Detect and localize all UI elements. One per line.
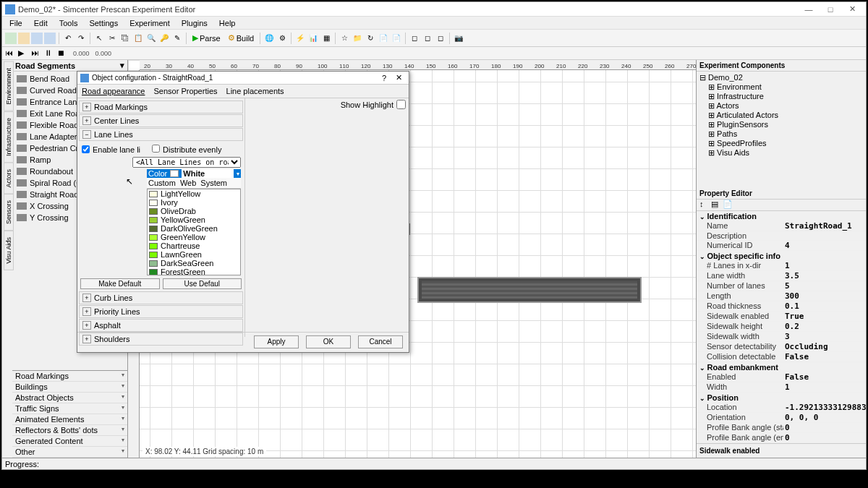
redo-icon[interactable]: ↷ <box>75 33 87 44</box>
distribute-evenly-checkbox[interactable] <box>152 145 160 153</box>
accordion-lane-lines[interactable]: Lane Lines <box>79 128 243 141</box>
cancel-button[interactable]: Cancel <box>358 335 403 348</box>
box2-icon[interactable]: ◻ <box>422 33 433 44</box>
fwd-icon[interactable]: ⏭ <box>31 48 41 59</box>
enable-lane-checkbox[interactable] <box>82 145 90 153</box>
prop-doc-icon[interactable]: 📄 <box>723 200 731 208</box>
box1-icon[interactable]: ◻ <box>409 33 420 44</box>
accordion-center-lines[interactable]: Center Lines <box>79 114 243 127</box>
stop-icon[interactable]: ⏹ <box>57 48 67 59</box>
prop-row[interactable]: Profile Bank angle (end)0 <box>697 433 866 443</box>
prop-row[interactable]: Sidewalk enabledTrue <box>697 312 866 322</box>
close-button[interactable]: ✕ <box>841 3 863 16</box>
tree-item[interactable]: ⊞ Articulated Actors <box>699 111 863 120</box>
vtab-actors[interactable]: Actors <box>4 163 14 194</box>
menu-edit[interactable]: Edit <box>28 19 54 27</box>
color-option[interactable]: OliveDrab <box>148 207 240 215</box>
menu-settings[interactable]: Settings <box>83 19 124 27</box>
color-option[interactable]: YellowGreen <box>148 215 240 224</box>
prop-row[interactable]: Number of lanes5 <box>697 281 866 291</box>
color-option[interactable]: ForestGreen <box>148 267 240 275</box>
ok-button[interactable]: OK <box>306 335 351 348</box>
experiment-tree[interactable]: ⊟ Demo_02 ⊞ Environment⊞ Infrastructure⊞… <box>697 72 866 159</box>
thunder-icon[interactable]: ⚡ <box>294 33 306 44</box>
find-icon[interactable]: 🔍 <box>145 33 157 44</box>
prop-cat-icon[interactable]: ▤ <box>711 200 720 208</box>
tree-item[interactable]: ⊞ Paths <box>699 129 863 139</box>
key-icon[interactable]: 🔑 <box>158 33 170 44</box>
make-default-button[interactable]: Make Default <box>80 278 160 289</box>
road-object-main[interactable] <box>417 277 642 303</box>
prop-row[interactable]: Sensor detectabilityOccluding <box>697 342 866 352</box>
build-button[interactable]: ⚙Build <box>225 32 257 45</box>
prop-row[interactable]: Sidewalk height0.2 <box>697 322 866 332</box>
new-icon[interactable] <box>5 33 17 44</box>
play-icon[interactable]: ▶ <box>18 48 28 59</box>
prop-row[interactable]: Numerical ID4 <box>697 241 866 251</box>
accordion-priority-lines[interactable]: Priority Lines <box>79 305 243 318</box>
color-tab-custom[interactable]: Custom <box>148 179 176 187</box>
dialog-close-button[interactable]: ✕ <box>391 73 406 82</box>
doc1-icon[interactable]: 📄 <box>378 33 389 44</box>
category-item[interactable]: Abstract Objects <box>12 393 127 403</box>
category-item[interactable]: Road Markings <box>12 371 127 382</box>
prop-row[interactable]: EnabledFalse <box>697 372 866 382</box>
cut-icon[interactable]: ✂ <box>106 33 118 44</box>
color-tab-web[interactable]: Web <box>180 179 196 187</box>
color-option[interactable]: DarkSeaGreen <box>148 259 240 267</box>
gear-icon[interactable]: ⚙ <box>276 33 288 44</box>
reload-icon[interactable]: ↻ <box>365 33 376 44</box>
doc2-icon[interactable]: 📄 <box>391 33 402 44</box>
use-default-button[interactable]: Use Defaul <box>163 278 242 289</box>
tree-item[interactable]: ⊞ Visu Aids <box>699 148 863 158</box>
color-option[interactable]: LightYellow <box>148 189 240 198</box>
prop-section[interactable]: Position <box>697 393 866 403</box>
category-item[interactable]: Traffic Signs <box>12 403 127 414</box>
accordion-asphalt[interactable]: Asphalt <box>79 319 243 332</box>
color-picker-list[interactable]: LightYellowIvoryOliveDrabYellowGreenDark… <box>147 189 241 275</box>
category-item[interactable]: Generated Content <box>12 436 127 447</box>
copy-icon[interactable]: ⿻ <box>119 33 131 44</box>
box3-icon[interactable]: ◻ <box>435 33 446 44</box>
tab-road-appearance[interactable]: Road appearance <box>80 86 146 96</box>
prop-row[interactable]: Length300 <box>697 291 866 301</box>
prop-row[interactable]: Collision detectableFalse <box>697 352 866 362</box>
category-item[interactable]: Buildings <box>12 382 127 393</box>
prop-row[interactable]: NameStraightRoad_1 <box>697 221 866 231</box>
tree-item[interactable]: ⊞ PluginSensors <box>699 120 863 129</box>
prop-row[interactable]: # Lanes in x-dir1 <box>697 261 866 271</box>
prop-row[interactable]: Lane width3.5 <box>697 271 866 281</box>
star-icon[interactable]: ☆ <box>339 33 350 44</box>
prop-row[interactable]: Profile Bank angle (star0 <box>697 423 866 433</box>
prop-row[interactable]: Location-1.29213333129883, 44.0449447 <box>697 403 866 413</box>
globe-icon[interactable]: 🌐 <box>263 33 275 44</box>
prop-section[interactable]: Identification <box>697 211 866 221</box>
prop-row[interactable]: Width1 <box>697 382 866 393</box>
pointer-icon[interactable]: ↖ <box>93 33 105 44</box>
color-field[interactable]: Color White ▾ <box>147 169 241 178</box>
tab-line-placements[interactable]: Line placements <box>225 86 286 96</box>
tree-item[interactable]: ⊞ SpeedProfiles <box>699 139 863 148</box>
maximize-button[interactable]: □ <box>820 3 841 16</box>
dialog-help-button[interactable]: ? <box>377 74 391 82</box>
menu-help[interactable]: Help <box>213 19 242 27</box>
show-highlight-checkbox[interactable] <box>396 100 406 109</box>
paste-icon[interactable]: 📋 <box>132 33 144 44</box>
save-icon[interactable] <box>31 33 43 44</box>
color-option[interactable]: DarkOliveGreen <box>148 224 240 233</box>
prop-section[interactable]: Road embankment <box>697 362 866 372</box>
vtab-visuaids[interactable]: Visu Aids <box>4 231 14 270</box>
color-option[interactable]: LawnGreen <box>148 250 240 259</box>
tree-item[interactable]: ⊞ Actors <box>699 101 863 111</box>
color-option[interactable]: Ivory <box>148 198 240 207</box>
open-icon[interactable] <box>18 33 30 44</box>
prop-section[interactable]: Object specific info <box>697 251 866 261</box>
menu-experiment[interactable]: Experiment <box>124 19 176 27</box>
color-dropdown-icon[interactable]: ▾ <box>237 171 239 177</box>
vtab-sensors[interactable]: Sensors <box>4 194 14 231</box>
prop-row[interactable]: Orientation0, 0, 0 <box>697 413 866 423</box>
chart-icon[interactable]: 📊 <box>307 33 319 44</box>
saveas-icon[interactable] <box>44 33 56 44</box>
prop-sort-icon[interactable]: ↕ <box>699 200 708 208</box>
category-item[interactable]: Animated Elements <box>12 414 127 425</box>
